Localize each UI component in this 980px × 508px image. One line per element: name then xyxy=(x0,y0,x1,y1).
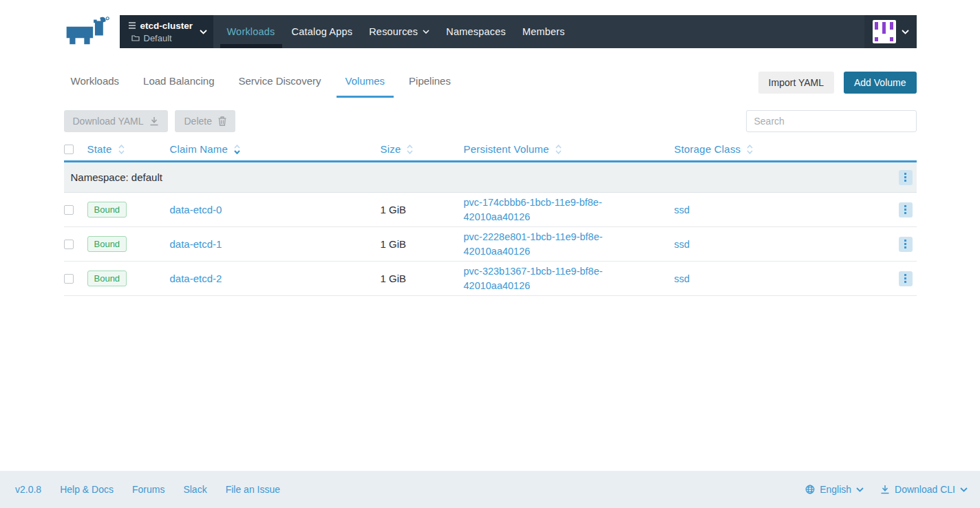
cluster-name: etcd-cluster xyxy=(140,21,193,31)
select-all-checkbox[interactable] xyxy=(64,145,74,154)
chevron-down-icon xyxy=(960,487,968,492)
row-checkbox[interactable] xyxy=(64,274,74,284)
row-menu-button[interactable] xyxy=(899,271,913,286)
nav-item-label: Members xyxy=(522,26,565,37)
nav-item-label: Resources xyxy=(369,26,418,37)
language-label: English xyxy=(820,484,851,495)
size-value: 1 GiB xyxy=(381,238,407,250)
delete-label: Delete xyxy=(184,116,211,127)
row-checkbox[interactable] xyxy=(64,240,74,249)
tab-load-balancing[interactable]: Load Balancing xyxy=(134,67,223,98)
download-icon xyxy=(149,116,159,126)
rancher-cow-icon xyxy=(64,16,109,47)
footer-link-forums[interactable]: Forums xyxy=(132,484,164,495)
tab-workloads[interactable]: Workloads xyxy=(62,67,129,98)
import-yaml-button[interactable]: Import YAML xyxy=(758,72,834,94)
project-name: Default xyxy=(144,33,172,43)
persistent-volume-link[interactable]: pvc-174cbbb6-1bcb-11e9-bf8e-42010aa40126 xyxy=(464,195,632,224)
delete-button[interactable]: Delete xyxy=(175,110,235,132)
state-badge: Bound xyxy=(87,271,127,286)
nav-item-workloads[interactable]: Workloads xyxy=(219,15,284,48)
sort-icon xyxy=(555,145,562,154)
cluster-icon xyxy=(128,21,136,30)
column-label: State xyxy=(87,143,112,155)
nav-item-members[interactable]: Members xyxy=(514,15,573,48)
nav-item-label: Namespaces xyxy=(446,26,506,37)
section-tabs-row: Workloads Load Balancing Service Discove… xyxy=(64,67,917,98)
storage-class-link[interactable]: ssd xyxy=(674,204,690,215)
size-value: 1 GiB xyxy=(381,273,407,284)
nav-item-label: Workloads xyxy=(227,26,275,37)
state-badge: Bound xyxy=(87,202,127,218)
footer: v2.0.8 Help & Docs Forums Slack File an … xyxy=(0,471,980,508)
column-header-persistent-volume[interactable]: Persistent Volume xyxy=(464,143,674,155)
download-yaml-button[interactable]: Download YAML xyxy=(64,110,169,132)
table-row: Bound data-etcd-2 1 GiB pvc-323b1367-1bc… xyxy=(64,262,917,296)
project-folder-icon xyxy=(131,34,140,41)
section-tabs: Workloads Load Balancing Service Discove… xyxy=(62,67,460,98)
column-label: Size xyxy=(381,143,401,155)
top-nav-items: Workloads Catalog Apps Resources Namespa… xyxy=(219,15,573,48)
sort-icon-active xyxy=(234,145,240,154)
footer-link-file-an-issue[interactable]: File an Issue xyxy=(226,484,280,495)
table-row: Bound data-etcd-0 1 GiB pvc-174cbbb6-1bc… xyxy=(64,193,917,227)
top-navbar: etcd-cluster Default Workloads xyxy=(120,15,917,48)
trash-icon xyxy=(218,116,226,126)
row-menu-button[interactable] xyxy=(899,202,913,218)
sort-icon xyxy=(407,145,413,154)
add-volume-button[interactable]: Add Volume xyxy=(844,72,917,94)
download-yaml-label: Download YAML xyxy=(73,116,144,127)
row-menu-button[interactable] xyxy=(899,237,913,252)
user-menu[interactable] xyxy=(864,15,917,48)
sort-icon xyxy=(118,145,125,154)
persistent-volume-link[interactable]: pvc-2228e801-1bcb-11e9-bf8e-42010aa40126 xyxy=(464,230,632,259)
cluster-project-picker[interactable]: etcd-cluster Default xyxy=(120,15,213,48)
tab-service-discovery[interactable]: Service Discovery xyxy=(230,67,330,98)
chevron-down-icon xyxy=(200,30,207,34)
storage-class-link[interactable]: ssd xyxy=(674,273,690,284)
column-label: Persistent Volume xyxy=(464,143,549,155)
sort-icon xyxy=(747,145,753,154)
column-label: Storage Class xyxy=(674,143,741,155)
globe-icon xyxy=(805,485,815,494)
footer-link-slack[interactable]: Slack xyxy=(183,484,206,495)
download-cli-menu[interactable]: Download CLI xyxy=(880,484,968,495)
size-value: 1 GiB xyxy=(381,204,407,215)
namespace-group-row: Namespace: default xyxy=(64,162,917,193)
column-header-claim-name[interactable]: Claim Name xyxy=(170,143,381,155)
nav-item-resources[interactable]: Resources xyxy=(361,15,438,48)
persistent-volume-link[interactable]: pvc-323b1367-1bcb-11e9-bf8e-42010aa40126 xyxy=(464,264,632,293)
tab-pipelines[interactable]: Pipelines xyxy=(400,67,460,98)
column-header-storage-class[interactable]: Storage Class xyxy=(674,143,889,155)
chevron-down-icon xyxy=(902,30,909,34)
claim-name-link[interactable]: data-etcd-1 xyxy=(170,238,222,250)
chevron-down-icon xyxy=(423,30,429,34)
state-badge: Bound xyxy=(87,236,127,252)
table-row: Bound data-etcd-1 1 GiB pvc-2228e801-1bc… xyxy=(64,227,917,262)
nav-item-namespaces[interactable]: Namespaces xyxy=(438,15,514,48)
storage-class-link[interactable]: ssd xyxy=(674,239,690,250)
footer-link-help-docs[interactable]: Help & Docs xyxy=(60,484,114,495)
volumes-table: State Claim Name Size xyxy=(64,138,917,296)
chevron-down-icon xyxy=(856,487,864,492)
column-header-state[interactable]: State xyxy=(87,143,170,155)
download-cli-label: Download CLI xyxy=(895,484,955,495)
download-icon xyxy=(880,485,890,494)
table-header-row: State Claim Name Size xyxy=(64,138,917,162)
version-label: v2.0.8 xyxy=(15,484,41,495)
claim-name-link[interactable]: data-etcd-0 xyxy=(170,204,222,215)
column-header-size[interactable]: Size xyxy=(381,143,464,155)
tab-volumes[interactable]: Volumes xyxy=(337,67,394,98)
header-band: etcd-cluster Default Workloads xyxy=(64,15,917,48)
claim-name-link[interactable]: data-etcd-2 xyxy=(170,273,222,284)
nav-item-catalog-apps[interactable]: Catalog Apps xyxy=(284,15,361,48)
namespace-menu-button[interactable] xyxy=(899,170,913,185)
nav-item-label: Catalog Apps xyxy=(292,26,353,37)
language-selector[interactable]: English xyxy=(805,484,864,495)
rancher-logo xyxy=(64,15,120,48)
bulk-actions-row: Download YAML Delete xyxy=(64,110,917,132)
namespace-group-label: Namespace: default xyxy=(71,171,889,183)
user-avatar xyxy=(873,20,896,43)
row-checkbox[interactable] xyxy=(64,205,74,215)
search-input[interactable] xyxy=(746,110,917,132)
